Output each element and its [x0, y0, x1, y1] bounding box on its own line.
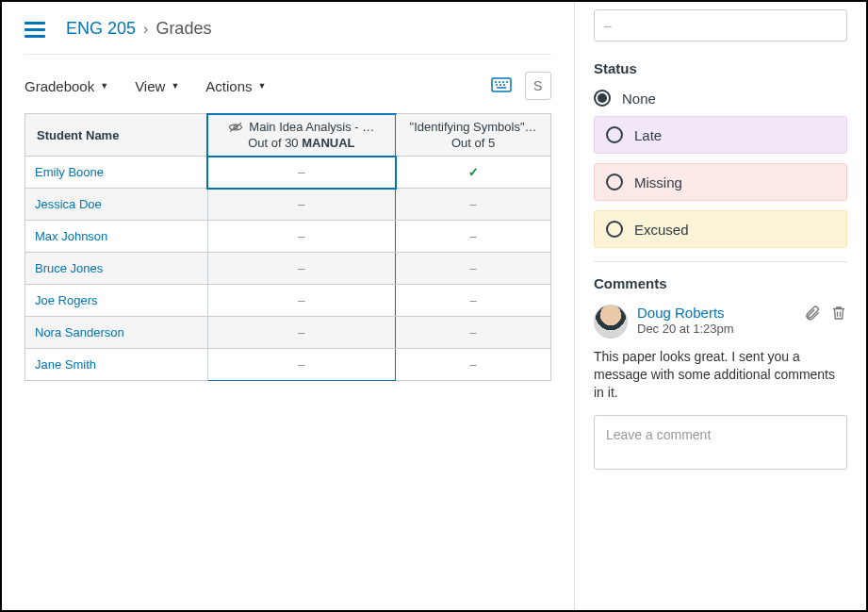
caret-down-icon: ▼ — [258, 81, 267, 91]
grade-cell[interactable]: – — [396, 285, 551, 317]
actions-menu-label: Actions — [205, 78, 252, 94]
avatar — [594, 305, 628, 339]
comments-section-title: Comments — [594, 275, 847, 291]
assignment-1-manual: MANUAL — [302, 136, 354, 150]
grade-cell[interactable]: – — [396, 221, 551, 253]
table-row: Jessica Doe–– — [25, 189, 551, 221]
assignment-2-title: "Identifying Symbols"… — [410, 120, 537, 134]
view-menu-button[interactable]: View ▼ — [135, 78, 179, 94]
status-option-late[interactable]: Late — [594, 116, 847, 154]
breadcrumb-course-link[interactable]: ENG 205 — [66, 19, 136, 39]
grade-cell[interactable]: – — [207, 349, 396, 381]
status-option-late-label: Late — [634, 127, 662, 143]
grade-input[interactable]: – — [594, 9, 847, 41]
hidden-eye-icon — [228, 122, 243, 133]
student-name-cell: Joe Rogers — [25, 285, 208, 317]
student-link[interactable]: Max Johnson — [35, 229, 107, 243]
student-link[interactable]: Emily Boone — [35, 165, 104, 179]
caret-down-icon: ▼ — [100, 81, 108, 91]
status-option-missing[interactable]: Missing — [594, 163, 847, 201]
student-link[interactable]: Joe Rogers — [35, 293, 97, 307]
column-header-student-label: Student Name — [37, 128, 119, 142]
grade-cell[interactable]: – — [207, 285, 396, 317]
assignment-1-outof: Out of 30 — [248, 136, 302, 150]
status-option-none[interactable]: None — [594, 90, 847, 107]
attachment-icon[interactable] — [804, 305, 821, 322]
gradebook-menu-button[interactable]: Gradebook ▼ — [25, 78, 108, 94]
trash-icon[interactable] — [830, 305, 847, 322]
table-row: Nora Sanderson–– — [25, 317, 551, 349]
column-header-student[interactable]: Student Name — [25, 114, 208, 157]
table-row: Max Johnson–– — [25, 221, 551, 253]
comment-text: This paper looks great. I sent you a mes… — [594, 348, 847, 402]
breadcrumb-separator: › — [143, 21, 148, 38]
status-option-missing-label: Missing — [634, 174, 682, 190]
assignment-1-title: Main Idea Analysis - … — [249, 120, 374, 134]
status-section-title: Status — [594, 60, 847, 76]
comment-meta: Doug Roberts Dec 20 at 1:23pm — [637, 305, 734, 336]
student-link[interactable]: Jessica Doe — [35, 197, 102, 211]
table-row: Joe Rogers–– — [25, 285, 551, 317]
checkmark-icon: ✓ — [468, 165, 479, 179]
keyboard-shortcuts-icon[interactable] — [491, 77, 512, 95]
radio-icon — [606, 174, 623, 190]
comment-author-link[interactable]: Doug Roberts — [637, 305, 725, 321]
grade-cell[interactable]: – — [396, 189, 551, 221]
grade-cell[interactable]: – — [207, 157, 396, 189]
status-option-excused-label: Excused — [634, 222, 689, 238]
gradebook-menu-label: Gradebook — [25, 78, 94, 94]
caret-down-icon: ▼ — [171, 81, 179, 91]
view-menu-label: View — [135, 78, 165, 94]
radio-icon — [606, 221, 623, 238]
grade-cell[interactable]: – — [396, 317, 551, 349]
breadcrumb-current: Grades — [156, 19, 211, 39]
breadcrumb: ENG 205 › Grades — [2, 2, 574, 54]
column-header-assignment-1[interactable]: Main Idea Analysis - … Out of 30 MANUAL — [207, 114, 396, 157]
student-link[interactable]: Bruce Jones — [35, 261, 103, 275]
grade-detail-tray: – Status None Late Missing Excused Comme… — [574, 2, 866, 610]
divider — [594, 261, 847, 262]
grade-cell[interactable]: – — [207, 189, 396, 221]
grade-cell[interactable]: – — [396, 349, 551, 381]
comment-input[interactable] — [594, 415, 847, 470]
radio-icon — [594, 90, 611, 107]
hamburger-menu-icon[interactable] — [25, 22, 45, 37]
grade-cell[interactable]: ✓ — [396, 157, 551, 189]
column-header-assignment-2[interactable]: "Identifying Symbols"… Out of 5 — [396, 114, 551, 157]
comment-timestamp: Dec 20 at 1:23pm — [637, 322, 734, 336]
student-name-cell: Nora Sanderson — [25, 317, 208, 349]
table-row: Jane Smith–– — [25, 349, 551, 381]
student-name-cell: Max Johnson — [25, 221, 208, 253]
assignment-2-outof: Out of 5 — [403, 136, 543, 150]
search-input[interactable] — [525, 72, 551, 100]
student-name-cell: Emily Boone — [25, 157, 208, 189]
grades-table: Student Name Main Idea Analysis - … Out … — [25, 113, 551, 381]
grade-cell[interactable]: – — [207, 221, 396, 253]
status-option-excused[interactable]: Excused — [594, 210, 847, 248]
status-option-none-label: None — [622, 91, 656, 107]
grade-cell[interactable]: – — [207, 317, 396, 349]
grade-cell[interactable]: – — [207, 253, 396, 285]
grade-cell[interactable]: – — [396, 253, 551, 285]
actions-menu-button[interactable]: Actions ▼ — [205, 78, 266, 94]
student-name-cell: Jane Smith — [25, 349, 208, 381]
student-name-cell: Bruce Jones — [25, 253, 208, 285]
table-row: Emily Boone–✓ — [25, 157, 551, 189]
student-link[interactable]: Jane Smith — [35, 357, 96, 372]
student-name-cell: Jessica Doe — [25, 189, 208, 221]
radio-icon — [606, 126, 623, 143]
table-row: Bruce Jones–– — [25, 253, 551, 285]
student-link[interactable]: Nora Sanderson — [35, 325, 124, 339]
